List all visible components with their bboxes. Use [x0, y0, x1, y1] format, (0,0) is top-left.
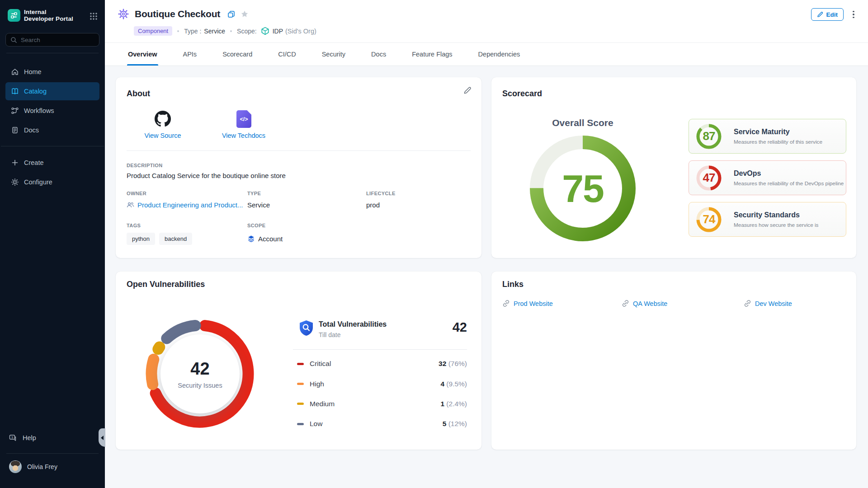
- component-gear-icon: [118, 8, 129, 20]
- owner-link[interactable]: Product Engineering and Product...: [127, 201, 243, 209]
- scorecard-item-security-standards[interactable]: 74 Security StandardsMeasures how secure…: [689, 202, 846, 237]
- divider: [293, 349, 467, 350]
- severity-row-medium: Medium 1 (2.4%): [297, 394, 467, 414]
- group-icon: [127, 202, 134, 208]
- link-icon: [622, 300, 629, 307]
- high-dash-icon: [297, 383, 304, 385]
- tab-feature-flags[interactable]: Feature Flags: [412, 43, 452, 66]
- app-root: InternalDeveloper Portal Search Home Cat…: [0, 0, 868, 488]
- app-title: InternalDeveloper Portal: [24, 9, 73, 22]
- link-dev-website[interactable]: Dev Website: [744, 300, 845, 307]
- scorecard-item-service-maturity[interactable]: 87 Service MaturityMeasures the reliabil…: [689, 119, 846, 154]
- overall-score-value: 75: [530, 136, 636, 241]
- catalog-icon: [11, 87, 19, 95]
- edit-about-icon[interactable]: [463, 86, 472, 94]
- link-qa-website[interactable]: QA Website: [622, 300, 744, 307]
- severity-row-low: Low 5 (12%): [297, 414, 467, 434]
- sidebar: InternalDeveloper Portal Search Home Cat…: [0, 0, 105, 488]
- page-title: Boutique Checkout: [135, 9, 220, 19]
- avatar: [9, 460, 22, 473]
- scope-value: Account: [247, 235, 283, 243]
- search-icon: [10, 37, 17, 43]
- edit-button[interactable]: Edit: [811, 8, 844, 21]
- overall-score-label: Overall Score: [515, 117, 651, 128]
- scorecard-item-devops[interactable]: 47 DevOpsMeasures the reliability of the…: [689, 160, 846, 195]
- tag-python[interactable]: python: [127, 233, 155, 245]
- apps-grid-icon[interactable]: [89, 12, 98, 21]
- tab-security[interactable]: Security: [322, 43, 345, 66]
- sidebar-item-configure[interactable]: Configure: [5, 173, 99, 191]
- tags: python backend: [127, 233, 192, 245]
- sidebar-item-catalog[interactable]: Catalog: [5, 82, 99, 100]
- links-list: Prod Website QA Website Dev Website: [502, 300, 845, 307]
- vulnerabilities-card: Open Vulnerabilities 42 Security Issues: [116, 272, 481, 450]
- divider: [6, 453, 99, 454]
- links-card: Links Prod Website QA Website Dev Websit…: [491, 272, 856, 450]
- svg-text:?: ?: [11, 436, 14, 440]
- more-menu-icon[interactable]: [849, 10, 858, 19]
- tab-docs[interactable]: Docs: [371, 43, 386, 66]
- logo-icon: [8, 9, 20, 22]
- home-icon: [11, 68, 19, 76]
- severity-row-high: High 4 (9.5%): [297, 374, 467, 394]
- tab-apis[interactable]: APIs: [183, 43, 197, 66]
- tab-overview[interactable]: Overview: [128, 43, 157, 66]
- total-vulnerabilities: Total Vulnerabilities Till date 42: [299, 320, 467, 338]
- workflows-icon: [11, 107, 19, 115]
- scorecard-card: Scorecard Overall Score 75 87 Service Ma…: [491, 77, 856, 258]
- page-header: Boutique Checkout Component Type : Servi…: [105, 0, 868, 42]
- view-source-link[interactable]: View Source: [133, 110, 192, 139]
- main: Boutique Checkout Component Type : Servi…: [105, 0, 868, 488]
- shield-search-icon: [299, 320, 314, 336]
- search-input[interactable]: Search: [5, 33, 99, 47]
- docs-icon: [11, 126, 19, 134]
- content: About View Source </> View Techdocs DESC…: [105, 66, 868, 488]
- techdocs-icon: </>: [236, 110, 251, 128]
- user-menu[interactable]: Olivia Frey: [5, 459, 96, 475]
- svg-text:</>: </>: [240, 116, 248, 122]
- lifecycle-value: prod: [366, 201, 380, 209]
- tab-dependencies[interactable]: Dependencies: [478, 43, 520, 66]
- link-icon: [744, 300, 751, 307]
- pencil-icon: [817, 11, 823, 18]
- sidebar-nav: Home Catalog Workflows Docs Create Con: [0, 61, 105, 192]
- severity-list: Critical 32 (76%) High 4 (9.5%) Medium 1…: [297, 354, 467, 434]
- plus-icon: [11, 159, 19, 167]
- description-value: Product Catalog Service for the boutique…: [127, 172, 286, 179]
- critical-dash-icon: [297, 363, 304, 365]
- security-issues-total: 42 Security Issues: [160, 334, 240, 413]
- about-card: About View Source </> View Techdocs DESC…: [116, 77, 481, 258]
- divider: [6, 53, 99, 53]
- divider: [127, 150, 471, 151]
- tab-scorecard[interactable]: Scorecard: [222, 43, 252, 66]
- scope-cube-icon: [261, 27, 269, 35]
- link-icon: [502, 300, 510, 307]
- sidebar-item-docs[interactable]: Docs: [5, 121, 99, 139]
- gear-icon: [11, 178, 19, 186]
- github-icon: [155, 111, 171, 127]
- sidebar-collapse-button[interactable]: [99, 428, 105, 447]
- tab-cicd[interactable]: CI/CD: [278, 43, 296, 66]
- sidebar-item-home[interactable]: Home: [5, 63, 99, 81]
- help-button[interactable]: ? Help: [5, 430, 96, 446]
- severity-row-critical: Critical 32 (76%): [297, 354, 467, 374]
- tag-backend[interactable]: backend: [159, 233, 192, 245]
- view-techdocs-link[interactable]: </> View Techdocs: [214, 110, 273, 139]
- scorecard-list: 87 Service MaturityMeasures the reliabil…: [689, 119, 846, 237]
- star-icon[interactable]: [241, 10, 249, 18]
- type-value: Service: [247, 201, 270, 209]
- sidebar-item-create[interactable]: Create: [5, 154, 99, 172]
- account-layers-icon: [247, 235, 255, 243]
- help-icon: ?: [9, 434, 17, 442]
- medium-dash-icon: [297, 403, 304, 405]
- entity-meta: Component Type : Service Scope: IDP (Sid…: [134, 26, 316, 36]
- kind-badge: Component: [134, 26, 172, 36]
- link-prod-website[interactable]: Prod Website: [502, 300, 622, 307]
- tab-bar: Overview APIs Scorecard CI/CD Security D…: [105, 42, 868, 66]
- logo[interactable]: InternalDeveloper Portal: [8, 9, 73, 22]
- low-dash-icon: [297, 423, 304, 425]
- sidebar-item-workflows[interactable]: Workflows: [5, 102, 99, 120]
- copy-icon[interactable]: [227, 10, 235, 18]
